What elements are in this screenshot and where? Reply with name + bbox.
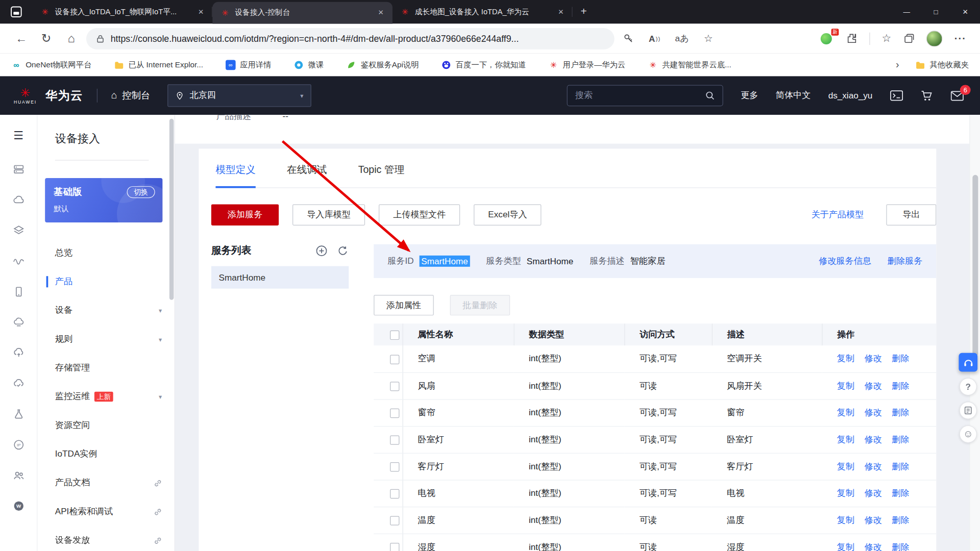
sidebar-item-rules[interactable]: 规则▾ bbox=[55, 325, 162, 354]
minimize-button[interactable]: — bbox=[892, 0, 921, 24]
delete-link[interactable]: 删除 bbox=[892, 353, 909, 364]
satisfaction-smiley-button[interactable]: ☺ bbox=[960, 425, 977, 443]
ip-service-icon[interactable]: IP bbox=[0, 429, 37, 460]
modify-link[interactable]: 修改 bbox=[864, 488, 881, 499]
cloud-service-icon[interactable] bbox=[0, 184, 37, 215]
copy-link[interactable]: 复制 bbox=[837, 380, 854, 391]
tab-model-definition[interactable]: 模型定义 bbox=[215, 161, 255, 187]
delete-link[interactable]: 删除 bbox=[892, 461, 909, 472]
service-list-item-smarthome[interactable]: SmartHome bbox=[211, 266, 349, 289]
settings-menu-icon[interactable]: ··· bbox=[954, 33, 966, 44]
row-checkbox[interactable] bbox=[390, 489, 399, 498]
bookmark-huawei-login[interactable]: ✳用户登录—华为云 bbox=[549, 60, 626, 70]
support-headset-button[interactable] bbox=[959, 353, 977, 372]
hamburger-menu-icon[interactable]: ☰ bbox=[13, 125, 23, 146]
new-tab-button[interactable]: + bbox=[573, 0, 595, 24]
tab-close-icon[interactable]: ✕ bbox=[555, 7, 566, 17]
feedback-survey-button[interactable] bbox=[960, 402, 977, 419]
back-icon[interactable]: ← bbox=[9, 32, 34, 45]
copy-link[interactable]: 复制 bbox=[837, 434, 854, 445]
console-link[interactable]: ⌂ 控制台 bbox=[111, 90, 151, 102]
device-service-icon[interactable] bbox=[0, 276, 37, 307]
password-key-icon[interactable] bbox=[623, 33, 634, 44]
extensions-puzzle-icon[interactable] bbox=[845, 33, 857, 44]
bookmark-huawei-world[interactable]: ✳共建智能世界云底... bbox=[648, 60, 731, 70]
add-service-plus-icon[interactable] bbox=[315, 245, 327, 257]
read-aloud-icon[interactable]: A)) bbox=[649, 34, 660, 44]
sidebar-item-iotda-instance[interactable]: IoTDA实例 bbox=[55, 440, 162, 468]
copy-link[interactable]: 复制 bbox=[837, 461, 854, 472]
cli-terminal-icon[interactable] bbox=[890, 90, 903, 101]
refresh-icon[interactable]: ↻ bbox=[34, 31, 59, 45]
user-group-service-icon[interactable] bbox=[0, 460, 37, 490]
help-question-button[interactable]: ? bbox=[960, 378, 977, 395]
console-search-input[interactable]: 搜索 bbox=[567, 85, 723, 107]
tab-topic-manage[interactable]: Topic 管理 bbox=[358, 161, 404, 187]
translate-icon[interactable]: aあ bbox=[675, 33, 689, 44]
bookmark-weike[interactable]: 微课 bbox=[294, 60, 324, 70]
row-checkbox[interactable] bbox=[390, 382, 399, 391]
sidebar-item-api-explorer[interactable]: API检索和调试 bbox=[55, 497, 162, 526]
bookmarks-overflow-icon[interactable]: › bbox=[896, 59, 899, 70]
bookmark-auth-api[interactable]: 鉴权服务Api说明 bbox=[346, 60, 419, 70]
brand-name[interactable]: 华为云 bbox=[45, 87, 83, 104]
workspaces-icon[interactable] bbox=[0, 0, 33, 24]
tab-close-icon[interactable]: ✕ bbox=[376, 8, 386, 18]
other-favorites[interactable]: 其他收藏夹 bbox=[915, 60, 969, 70]
delete-service-link[interactable]: 删除服务 bbox=[888, 256, 923, 267]
modify-link[interactable]: 修改 bbox=[864, 514, 881, 525]
favorite-star-icon[interactable]: ☆ bbox=[704, 33, 713, 44]
sidebar-item-monitor[interactable]: 监控运维上新▾ bbox=[55, 382, 162, 411]
modify-link[interactable]: 修改 bbox=[864, 353, 881, 364]
delete-link[interactable]: 删除 bbox=[892, 541, 909, 551]
storage-service-icon[interactable] bbox=[0, 215, 37, 245]
sidebar-item-product[interactable]: 产品 bbox=[55, 267, 162, 296]
edition-switch-button[interactable]: 切换 bbox=[127, 186, 155, 198]
sidebar-scrollbar[interactable] bbox=[169, 117, 174, 548]
cloud-upload-icon[interactable] bbox=[0, 337, 37, 368]
row-checkbox[interactable] bbox=[390, 355, 399, 364]
more-menu[interactable]: 更多 bbox=[741, 90, 758, 101]
modify-link[interactable]: 修改 bbox=[864, 407, 881, 418]
cloud-platform-icon[interactable] bbox=[0, 307, 37, 337]
modify-service-link[interactable]: 修改服务信息 bbox=[819, 256, 871, 267]
compute-service-icon[interactable] bbox=[0, 154, 37, 184]
excel-import-button[interactable]: Excel导入 bbox=[474, 204, 542, 226]
maximize-button[interactable]: □ bbox=[921, 0, 951, 24]
close-button[interactable]: ✕ bbox=[950, 0, 980, 24]
web-service-icon[interactable]: W bbox=[0, 490, 37, 521]
bookmark-baidu[interactable]: 百度一下，你就知道 bbox=[442, 60, 526, 70]
copy-link[interactable]: 复制 bbox=[837, 541, 854, 551]
favorites-bar-icon[interactable]: ☆ bbox=[881, 32, 891, 45]
modify-link[interactable]: 修改 bbox=[864, 380, 881, 391]
url-text[interactable]: https://console.huaweicloud.com/iotdm/?r… bbox=[111, 34, 519, 44]
row-checkbox[interactable] bbox=[390, 409, 399, 418]
browser-tab-2-active[interactable]: ✳ 设备接入-控制台 ✕ bbox=[212, 2, 393, 24]
page-scroll-thumb[interactable] bbox=[972, 175, 978, 356]
browser-tab-1[interactable]: ✳ 设备接入_IoTDA_IoT_物联网IoT平... ✕ bbox=[33, 0, 213, 24]
row-checkbox[interactable] bbox=[390, 462, 399, 471]
row-checkbox[interactable] bbox=[390, 516, 399, 525]
huawei-logo[interactable]: ✳ HUAWEI bbox=[14, 87, 37, 104]
tab-close-icon[interactable]: ✕ bbox=[195, 7, 206, 17]
copy-link[interactable]: 复制 bbox=[837, 514, 854, 525]
region-selector[interactable]: 北京四 ▾ bbox=[168, 84, 312, 107]
bookmark-app-detail[interactable]: ∞应用详情 bbox=[226, 60, 271, 70]
export-button[interactable]: 导出 bbox=[886, 204, 936, 226]
cart-icon[interactable] bbox=[921, 90, 933, 102]
experiment-service-icon[interactable] bbox=[0, 398, 37, 429]
about-product-model-link[interactable]: 关于产品模型 bbox=[811, 209, 864, 220]
copy-link[interactable]: 复制 bbox=[837, 488, 854, 499]
sidebar-scroll-thumb[interactable] bbox=[169, 119, 174, 300]
profile-avatar[interactable] bbox=[926, 30, 943, 46]
page-scrollbar[interactable] bbox=[969, 115, 980, 551]
row-checkbox[interactable] bbox=[390, 543, 399, 551]
delete-link[interactable]: 删除 bbox=[892, 380, 909, 391]
bookmark-onenet[interactable]: ∞OneNet物联网平台 bbox=[11, 60, 91, 70]
row-checkbox[interactable] bbox=[390, 435, 399, 444]
modify-link[interactable]: 修改 bbox=[864, 434, 881, 445]
add-property-button[interactable]: 添加属性 bbox=[374, 295, 434, 315]
sidebar-item-storage[interactable]: 存储管理 bbox=[55, 354, 162, 382]
copy-link[interactable]: 复制 bbox=[837, 407, 854, 418]
bookmark-ie-folder[interactable]: 已从 Internet Explor... bbox=[114, 60, 203, 70]
